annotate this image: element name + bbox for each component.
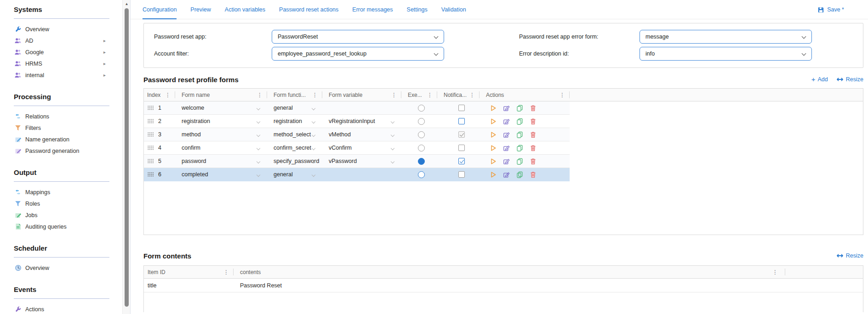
column-menu-icon[interactable]: ⋮ [469, 93, 475, 97]
resize-button[interactable]: Resize [836, 252, 863, 259]
sidebar-item-overview[interactable]: Overview [14, 23, 122, 35]
table-row[interactable]: 6 completed general [144, 168, 570, 181]
sidebar-item-actions[interactable]: Actions [14, 303, 122, 314]
chevron-down-icon[interactable] [312, 107, 315, 110]
tab-preview[interactable]: Preview [190, 0, 211, 19]
edit-icon[interactable] [503, 118, 510, 125]
tab-validation[interactable]: Validation [441, 0, 466, 19]
execute-radio[interactable] [418, 105, 425, 112]
delete-icon[interactable] [530, 145, 537, 151]
sidebar-item-overview-scheduler[interactable]: Overview [14, 262, 122, 274]
execute-radio[interactable] [418, 118, 425, 125]
tab-error-messages[interactable]: Error messages [352, 0, 393, 19]
run-icon[interactable] [490, 105, 497, 112]
chevron-down-icon[interactable] [257, 120, 260, 123]
sidebar-item-ad[interactable]: AD ▸ [14, 35, 122, 46]
execute-radio[interactable] [418, 158, 425, 165]
edit-icon[interactable] [503, 171, 510, 178]
notification-checkbox[interactable] [458, 158, 465, 164]
column-menu-icon[interactable]: ⋮ [772, 270, 778, 275]
chevron-down-icon[interactable] [312, 173, 315, 177]
error-form-select[interactable]: message [640, 30, 812, 44]
sidebar-item-jobs[interactable]: Jobs [14, 209, 122, 221]
chevron-down-icon[interactable] [391, 160, 394, 163]
table-row[interactable]: 2 registration registration vRegistratio… [144, 115, 570, 128]
save-button[interactable]: Save * [817, 0, 844, 19]
sidebar-item-roles[interactable]: Roles [14, 198, 122, 209]
scroll-up-arrow[interactable]: ▲ [123, 2, 131, 6]
copy-icon[interactable] [516, 105, 523, 112]
column-menu-icon[interactable]: ⋮ [257, 93, 263, 97]
resize-button[interactable]: Resize [836, 76, 863, 83]
column-menu-icon[interactable]: ⋮ [427, 93, 433, 97]
run-icon[interactable] [490, 131, 497, 138]
column-menu-icon[interactable]: ⋮ [223, 270, 229, 275]
drag-handle-icon[interactable] [148, 106, 154, 110]
copy-icon[interactable] [516, 118, 523, 125]
copy-icon[interactable] [516, 171, 523, 178]
sidebar-item-name-generation[interactable]: Name generation [14, 134, 122, 145]
chevron-down-icon[interactable] [391, 146, 394, 150]
password-reset-app-select[interactable]: PasswordReset [272, 30, 444, 44]
copy-icon[interactable] [516, 158, 523, 165]
error-description-select[interactable]: info [640, 47, 812, 61]
chevron-down-icon[interactable] [312, 146, 315, 150]
column-menu-icon[interactable]: ⋮ [165, 93, 171, 97]
add-button[interactable]: + Add [811, 76, 828, 83]
notification-checkbox[interactable] [458, 105, 465, 111]
table-row[interactable]: 4 confirm confirm_secret vConfirm [144, 141, 570, 155]
delete-icon[interactable] [530, 105, 537, 112]
sidebar-item-auditing-queries[interactable]: Auditing queries [14, 221, 122, 232]
sidebar-scrollbar[interactable]: ▲ [122, 0, 130, 314]
edit-icon[interactable] [503, 131, 510, 138]
copy-icon[interactable] [516, 145, 523, 151]
sidebar-item-mappings[interactable]: Mappings [14, 186, 122, 198]
notification-checkbox[interactable] [458, 171, 465, 178]
chevron-down-icon[interactable] [391, 133, 394, 137]
column-menu-icon[interactable]: ⋮ [312, 93, 318, 97]
scrollbar-thumb[interactable] [125, 8, 129, 307]
sidebar-item-filters-processing[interactable]: Filters [14, 122, 122, 134]
chevron-down-icon[interactable] [257, 160, 260, 163]
drag-handle-icon[interactable] [148, 172, 154, 177]
delete-icon[interactable] [530, 158, 537, 165]
drag-handle-icon[interactable] [148, 159, 154, 163]
run-icon[interactable] [490, 158, 497, 165]
edit-icon[interactable] [503, 145, 510, 151]
run-icon[interactable] [490, 145, 497, 151]
sidebar-item-google[interactable]: Google ▸ [14, 46, 122, 58]
chevron-down-icon[interactable] [312, 133, 315, 137]
tab-action-variables[interactable]: Action variables [225, 0, 265, 19]
chevron-down-icon[interactable] [257, 133, 260, 137]
table-row[interactable]: title Password Reset [144, 279, 863, 292]
execute-radio[interactable] [418, 131, 425, 138]
tab-settings[interactable]: Settings [407, 0, 428, 19]
table-row[interactable]: 1 welcome general [144, 101, 570, 115]
execute-radio[interactable] [418, 171, 425, 178]
edit-icon[interactable] [503, 105, 510, 112]
chevron-down-icon[interactable] [257, 146, 260, 150]
table-row[interactable]: 5 password specify_password vPassword [144, 155, 570, 168]
sidebar-item-internal[interactable]: internal ▸ [14, 69, 122, 81]
table-row[interactable]: 3 method method_select vMethod [144, 128, 570, 141]
execute-radio[interactable] [418, 145, 425, 151]
chevron-down-icon[interactable] [312, 120, 315, 123]
drag-handle-icon[interactable] [148, 132, 154, 137]
copy-icon[interactable] [516, 131, 523, 138]
chevron-down-icon[interactable] [391, 120, 394, 123]
drag-handle-icon[interactable] [148, 146, 154, 150]
tab-configuration[interactable]: Configuration [143, 0, 177, 19]
notification-checkbox[interactable] [458, 145, 465, 151]
chevron-down-icon[interactable] [257, 107, 260, 110]
delete-icon[interactable] [530, 171, 537, 178]
chevron-down-icon[interactable] [257, 173, 260, 177]
drag-handle-icon[interactable] [148, 119, 154, 123]
sidebar-item-relations[interactable]: Relations [14, 111, 122, 122]
account-filter-select[interactable]: employee_password_reset_lookup [272, 47, 444, 61]
notification-checkbox[interactable] [458, 131, 465, 138]
run-icon[interactable] [490, 171, 497, 178]
column-menu-icon[interactable]: ⋮ [560, 93, 565, 97]
sidebar-item-hrms[interactable]: HRMS ▸ [14, 58, 122, 69]
notification-checkbox[interactable] [458, 118, 465, 124]
delete-icon[interactable] [530, 131, 537, 138]
